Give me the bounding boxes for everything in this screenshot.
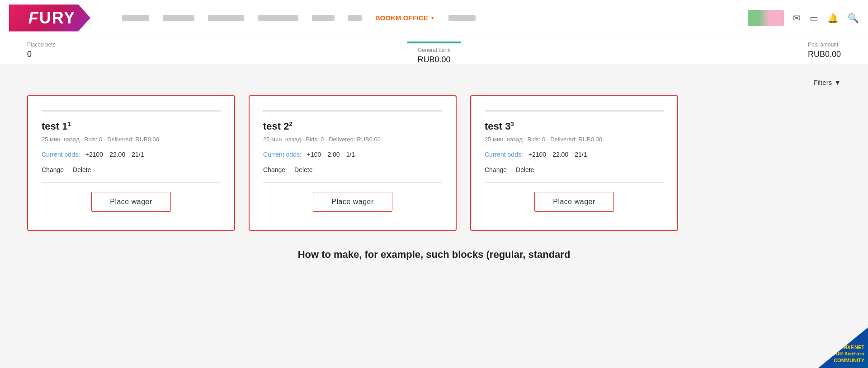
filters-label: Filters <box>813 79 832 86</box>
nav-item-4[interactable] <box>258 15 298 21</box>
nav-item-5[interactable] <box>312 15 335 21</box>
card-1-title: test 11 <box>42 121 221 132</box>
card-3-subtitle: 25 мин. назад · Bids: 0 · Delivered: RUB… <box>485 136 664 143</box>
card-2-place-wager-button[interactable]: Place wager <box>313 192 392 212</box>
card-1-inner: test 11 25 мин. назад · Bids: 0 · Delive… <box>28 96 234 230</box>
card-3-title: test 33 <box>485 121 664 132</box>
logo-wrap: FURY <box>9 5 108 32</box>
paid-amount-stat: Paid amount RUB0.00 <box>808 42 841 59</box>
card-2-odds-val-1: +100 <box>307 151 321 158</box>
paid-amount-label: Paid amount <box>808 42 838 48</box>
card-3-delete-button[interactable]: Delete <box>516 166 534 173</box>
placed-bets-value: 0 <box>27 50 32 59</box>
card-2-divider <box>263 182 442 183</box>
card-1-odds-values: +2100 22.00 21/1 <box>85 151 144 158</box>
bookm-arrow-icon: ▼ <box>430 15 435 20</box>
general-bank-stat: General bank RUB0.00 <box>407 42 461 65</box>
header-right: ✉ ▭ 🔔 🔍 <box>748 10 859 26</box>
card-2-odds-values: +100 2.00 1/1 <box>307 151 355 158</box>
card-3-top-bar <box>485 110 664 112</box>
top-row: Filters ▼ <box>27 79 841 86</box>
main-nav: BOOKM.OFFICE ▼ <box>108 14 748 22</box>
credit-card-icon[interactable]: ▭ <box>810 13 818 23</box>
card-2-odds-label: Current odds: <box>263 151 302 158</box>
card-2-change-button[interactable]: Change <box>263 166 285 173</box>
general-bank-bar <box>407 42 461 43</box>
bookm-office-nav[interactable]: BOOKM.OFFICE ▼ <box>375 14 435 22</box>
card-2-odds-val-3: 1/1 <box>346 151 355 158</box>
bell-icon[interactable]: 🔔 <box>827 13 839 23</box>
card-2-actions: Change Delete <box>263 166 442 173</box>
search-icon[interactable]: 🔍 <box>848 13 859 23</box>
nav-item-extra[interactable] <box>448 15 476 21</box>
logo-text: FURY <box>24 9 76 28</box>
card-3-divider <box>485 182 664 183</box>
card-2-inner: test 22 25 мин. назад · Bids: 0 · Delive… <box>250 96 456 230</box>
card-2-odds-row: Current odds: +100 2.00 1/1 <box>263 151 442 158</box>
card-1-place-wager-button[interactable]: Place wager <box>91 192 171 212</box>
card-1-actions: Change Delete <box>42 166 221 173</box>
header: FURY BOOKM.OFFICE ▼ ✉ ▭ 🔔 🔍 <box>0 0 868 36</box>
card-1-divider <box>42 182 221 183</box>
card-3-odds-label: Current odds: <box>485 151 523 158</box>
card-3-inner: test 33 25 мин. назад · Bids: 0 · Delive… <box>471 96 677 230</box>
stats-bar: Placed bets 0 General bank RUB0.00 Paid … <box>0 36 868 65</box>
card-3-change-button[interactable]: Change <box>485 166 507 173</box>
user-avatar-wrap <box>748 10 784 26</box>
card-2: test 22 25 мин. назад · Bids: 0 · Delive… <box>249 95 457 231</box>
card-1-change-button[interactable]: Change <box>42 166 64 173</box>
bottom-text: How to make, for example, such blocks (r… <box>27 249 841 261</box>
logo[interactable]: FURY <box>9 5 90 32</box>
card-1-odds-val-1: +2100 <box>85 151 103 158</box>
card-3-place-wager-button[interactable]: Place wager <box>534 192 614 212</box>
main-content: Filters ▼ test 11 25 мин. назад · Bids: … <box>0 65 868 274</box>
nav-item-2[interactable] <box>163 15 194 21</box>
card-2-title: test 22 <box>263 121 442 132</box>
bookm-label: BOOKM.OFFICE <box>375 14 428 22</box>
card-3-odds-val-1: +2100 <box>528 151 546 158</box>
card-3-odds-val-2: 22.00 <box>552 151 568 158</box>
nav-item-3[interactable] <box>208 15 244 21</box>
card-2-delete-button[interactable]: Delete <box>294 166 312 173</box>
nav-item-6[interactable] <box>348 15 362 21</box>
card-3: test 33 25 мин. назад · Bids: 0 · Delive… <box>470 95 678 231</box>
card-2-odds-val-2: 2.00 <box>327 151 340 158</box>
cards-row: test 11 25 мин. назад · Bids: 0 · Delive… <box>27 95 841 231</box>
card-1-delete-button[interactable]: Delete <box>73 166 91 173</box>
filters-button[interactable]: Filters ▼ <box>813 79 841 86</box>
envelope-icon[interactable]: ✉ <box>793 13 801 23</box>
card-1: test 11 25 мин. назад · Bids: 0 · Delive… <box>27 95 235 231</box>
placed-bets-stat: Placed bets 0 <box>27 42 56 59</box>
placed-bets-label: Placed bets <box>27 42 56 48</box>
general-bank-value: RUB0.00 <box>417 55 450 65</box>
card-1-odds-val-3: 21/1 <box>132 151 144 158</box>
card-1-top-bar <box>42 110 221 112</box>
card-3-odds-val-3: 21/1 <box>575 151 587 158</box>
card-3-super: 3 <box>510 121 514 127</box>
paid-amount-value: RUB0.00 <box>808 50 841 59</box>
card-2-subtitle: 25 мин. назад · Bids: 0 · Delivered: RUB… <box>263 136 442 143</box>
avatar[interactable] <box>748 10 784 26</box>
card-2-top-bar <box>263 110 442 112</box>
card-2-super: 2 <box>289 121 292 127</box>
general-bank-label: General bank <box>418 47 450 53</box>
card-1-super: 1 <box>67 121 71 127</box>
card-3-odds-row: Current odds: +2100 22.00 21/1 <box>485 151 664 158</box>
card-1-odds-val-2: 22.00 <box>109 151 125 158</box>
filters-arrow-icon: ▼ <box>834 79 841 86</box>
card-3-actions: Change Delete <box>485 166 664 173</box>
card-3-odds-values: +2100 22.00 21/1 <box>528 151 587 158</box>
card-1-subtitle: 25 мин. назад · Bids: 0 · Delivered: RUB… <box>42 136 221 143</box>
card-1-odds-row: Current odds: +2100 22.00 21/1 <box>42 151 221 158</box>
card-1-odds-label: Current odds: <box>42 151 80 158</box>
nav-item-1[interactable] <box>122 15 149 21</box>
